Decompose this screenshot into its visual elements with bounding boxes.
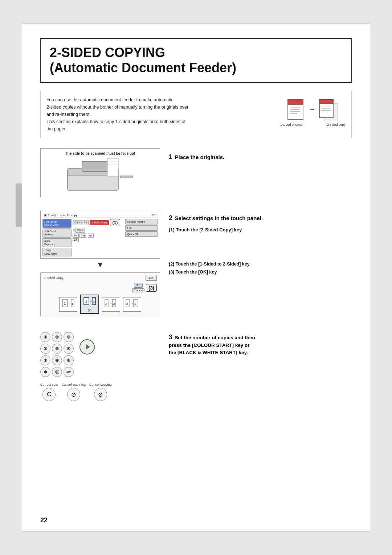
key-3[interactable]: ③ (64, 332, 74, 342)
step2-bubble-1: (1) (113, 220, 118, 225)
step1-title: Place the originals. (175, 154, 224, 160)
step1-number: 1 (169, 153, 172, 161)
step1-left: The side to be scanned must be face up! (40, 146, 160, 197)
svg-text:1: 1 (134, 302, 136, 305)
tp-a4c-box: A4 (88, 234, 94, 238)
tp-full-colour-btn[interactable]: Full ColourColour Mode (42, 219, 72, 228)
mode-2to1[interactable]: 2 → 1 (123, 297, 141, 312)
cancel-scanning-symbol: ⊘ (71, 391, 76, 398)
tp-plain-btn[interactable]: Plain (75, 228, 85, 233)
key-4[interactable]: ④ (40, 344, 50, 354)
scanner-svg-wrap (44, 158, 157, 194)
step2-left: ▣ Ready to scan for copy. ▽ □ Full Colou… (40, 211, 160, 317)
scanner-area: The side to be scanned must be face up! (40, 148, 160, 197)
key-hash[interactable]: #/P (64, 367, 74, 377)
key-8[interactable]: ⑧ (52, 355, 62, 365)
mode-2to2[interactable]: 2 → 2 (102, 297, 120, 312)
step2-sub3: (3) Touch the [OK] key. (169, 270, 352, 275)
intro-line3: and re-inserting them. (46, 112, 91, 117)
page-container: 2-SIDED COPYING (Automatic Document Feed… (22, 23, 370, 532)
button-legend: Correct sets C Cancel scanning ⊘ Cancel … (40, 383, 160, 401)
tp-job-detail-btn[interactable]: Job DetailSettings (42, 228, 72, 237)
start-button[interactable] (79, 339, 95, 355)
intro-line4: This section explains how to copy 1-side… (46, 119, 185, 124)
step3-line2: press the [COLOUR START] key or (169, 343, 250, 348)
tp-2sided-btn[interactable]: 2-Sided Copy (90, 220, 109, 225)
cancel-copying-button[interactable]: ⊘ (94, 388, 107, 401)
mode-icons-row: 1 → 1 1 → (44, 295, 157, 314)
tp-left-col: Full ColourColour Mode Job DetailSetting… (42, 219, 72, 257)
step1-row: The side to be scanned must be face up! (40, 146, 352, 204)
step3-line3: the [BLACK & WHITE START] key. (169, 350, 248, 355)
keypad-area: ① ② ③ ④ ⑤ ⑥ ⑦ ⑧ ⑨ ✱ ⓪ #/P (40, 332, 160, 377)
step2-right: 2 Select settings in the touch panel. (1… (169, 211, 352, 317)
key-5[interactable]: ⑤ (52, 344, 62, 354)
page-title-line2: (Automatic Document Feeder) (50, 60, 342, 76)
two-sided-label: 2-Sided Copy (44, 276, 64, 280)
mode-1to2-label: (2) (83, 308, 96, 312)
ok-button[interactable]: OK (146, 275, 157, 281)
tp-ratio-btn[interactable]: 100%Copy Ratio (42, 248, 72, 256)
step2-sub1: (1) Touch the [2-Sided Copy] key. (169, 227, 352, 232)
b1-btn[interactable]: B1 (134, 283, 143, 288)
step3-line1: Set the number of copies and then (175, 335, 255, 340)
cancel-copying-label: Cancel copying (89, 383, 112, 386)
tp-status-bar: ▣ Ready to scan for copy. ▽ □ (42, 213, 158, 218)
svg-text:2: 2 (113, 302, 115, 305)
cancel-scanning-label: Cancel scanning (62, 383, 86, 386)
tp-original-btn[interactable]: Original A4 (73, 220, 89, 225)
key-1[interactable]: ① (40, 332, 50, 342)
svg-text:1: 1 (64, 301, 66, 305)
tp-file-btn[interactable]: File (125, 225, 158, 231)
scanner-illustration (64, 158, 136, 194)
step3-number: 3 (169, 333, 172, 341)
intro-line5: the paper. (46, 126, 67, 131)
sidebar-tab (16, 183, 22, 227)
start-icon (82, 342, 92, 352)
tp-quick-file-btn[interactable]: Quick File (125, 231, 158, 237)
key-2[interactable]: ② (52, 332, 62, 342)
intro-text-block: You can use the automatic document feede… (46, 96, 273, 133)
tp-special-modes-btn[interactable]: Special Modes (125, 219, 158, 224)
arrow-icon: → (309, 106, 315, 113)
tp-right-col: Special Modes File Quick File (125, 219, 158, 257)
step1-right: 1 Place the originals. (169, 146, 352, 197)
svg-text:2: 2 (126, 302, 128, 305)
key-9[interactable]: ⑨ (64, 355, 74, 365)
cancel-copying-symbol: ⊘ (98, 391, 103, 398)
svg-text:1: 1 (72, 302, 73, 305)
step3-row: ① ② ③ ④ ⑤ ⑥ ⑦ ⑧ ⑨ ✱ ⓪ #/P (40, 330, 352, 408)
mode-2to2-icon: 2 → 2 (105, 299, 118, 309)
change-btn[interactable]: Change (132, 288, 145, 292)
step3-left: ① ② ③ ④ ⑤ ⑥ ⑦ ⑧ ⑨ ✱ ⓪ #/P (40, 330, 160, 401)
step3-title: Set the number of copies and then press … (169, 335, 255, 355)
intro-section: You can use the automatic document feede… (40, 91, 352, 138)
mode-1to2[interactable]: 1 → 2 (2) (80, 295, 99, 314)
label-original: 1-sided original (280, 123, 302, 126)
mode-2to1-icon: 2 → 1 (126, 299, 139, 309)
svg-text:2: 2 (93, 300, 95, 303)
key-6[interactable]: ⑥ (64, 344, 74, 354)
tp-a4b-box: A4B (79, 234, 87, 238)
title-block: 2-SIDED COPYING (Automatic Document Feed… (40, 38, 352, 83)
key-0[interactable]: ⓪ (52, 367, 62, 377)
tp-main-grid: Full ColourColour Mode Job DetailSetting… (42, 219, 158, 257)
tp-paper-row2: A3 (73, 238, 124, 242)
svg-text:→: → (130, 301, 134, 305)
scanner-warning: The side to be scanned must be face up! (44, 151, 157, 155)
mode-1to1[interactable]: 1 → 1 (59, 297, 77, 312)
svg-marker-45 (86, 344, 90, 350)
correct-sets-button[interactable]: C (42, 388, 56, 401)
page-number: 22 (40, 516, 48, 524)
original-doc-icon (286, 98, 306, 121)
cancel-scanning-button[interactable]: ⊘ (67, 388, 80, 401)
tp-auto-btn[interactable]: AutoExposure (42, 238, 72, 247)
step2-title: Select settings in the touch panel. (175, 215, 263, 221)
key-star[interactable]: ✱ (40, 367, 50, 377)
tp-status-text: ▣ Ready to scan for copy. (44, 214, 78, 217)
svg-text:1: 1 (85, 299, 87, 303)
step2-number: 2 (169, 214, 172, 222)
two-sided-header: 2-Sided Copy OK (44, 275, 157, 281)
key-7[interactable]: ⑦ (40, 355, 50, 365)
copy-diagram: → (286, 98, 340, 121)
